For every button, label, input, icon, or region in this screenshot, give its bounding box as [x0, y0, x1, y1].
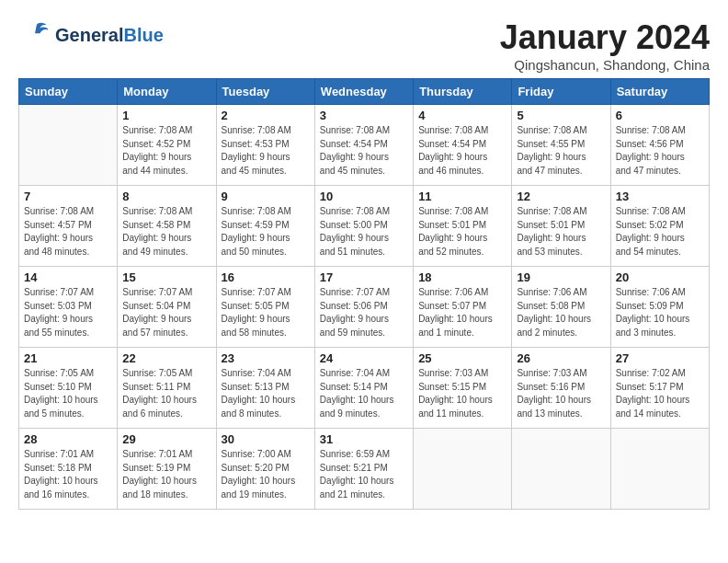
- day-info: Sunrise: 7:01 AM Sunset: 5:19 PM Dayligh…: [122, 448, 210, 501]
- calendar-cell: 6Sunrise: 7:08 AM Sunset: 4:56 PM Daylig…: [610, 105, 709, 186]
- title-section: January 2024 Qingshancun, Shandong, Chin…: [500, 18, 710, 73]
- column-header-monday: Monday: [118, 79, 216, 105]
- day-number: 8: [122, 190, 210, 203]
- calendar-cell: 30Sunrise: 7:00 AM Sunset: 5:20 PM Dayli…: [216, 429, 314, 510]
- day-number: 21: [24, 351, 112, 365]
- day-number: 1: [122, 109, 210, 122]
- column-header-saturday: Saturday: [610, 79, 709, 105]
- day-info: Sunrise: 7:08 AM Sunset: 4:58 PM Dayligh…: [122, 205, 210, 259]
- day-info: Sunrise: 7:00 AM Sunset: 5:20 PM Dayligh…: [222, 448, 310, 501]
- calendar-cell: 16Sunrise: 7:07 AM Sunset: 5:05 PM Dayli…: [216, 267, 314, 348]
- day-number: 11: [418, 190, 506, 203]
- calendar-cell: 25Sunrise: 7:03 AM Sunset: 5:15 PM Dayli…: [414, 348, 512, 429]
- calendar-cell: 18Sunrise: 7:06 AM Sunset: 5:07 PM Dayli…: [414, 267, 512, 348]
- column-header-sunday: Sunday: [19, 79, 118, 105]
- day-number: 29: [122, 432, 210, 446]
- day-info: Sunrise: 7:07 AM Sunset: 5:05 PM Dayligh…: [222, 286, 310, 339]
- day-info: Sunrise: 6:59 AM Sunset: 5:21 PM Dayligh…: [320, 448, 408, 501]
- day-number: 3: [320, 109, 408, 122]
- calendar-week-row: 14Sunrise: 7:07 AM Sunset: 5:03 PM Dayli…: [19, 267, 710, 348]
- calendar-week-row: 7Sunrise: 7:08 AM Sunset: 4:57 PM Daylig…: [19, 186, 710, 267]
- calendar-table: SundayMondayTuesdayWednesdayThursdayFrid…: [18, 78, 710, 510]
- calendar-cell: 13Sunrise: 7:08 AM Sunset: 5:02 PM Dayli…: [610, 186, 709, 267]
- logo: GeneralBlue: [18, 18, 164, 52]
- day-number: 2: [222, 109, 310, 122]
- calendar-cell: 10Sunrise: 7:08 AM Sunset: 5:00 PM Dayli…: [314, 186, 413, 267]
- day-info: Sunrise: 7:05 AM Sunset: 5:11 PM Dayligh…: [122, 367, 210, 420]
- day-info: Sunrise: 7:08 AM Sunset: 4:57 PM Dayligh…: [24, 205, 112, 259]
- calendar-cell: 7Sunrise: 7:08 AM Sunset: 4:57 PM Daylig…: [19, 186, 118, 267]
- logo-blue: Blue: [123, 25, 163, 45]
- day-info: Sunrise: 7:05 AM Sunset: 5:10 PM Dayligh…: [24, 367, 112, 420]
- month-title: January 2024: [500, 18, 710, 57]
- calendar-cell: 20Sunrise: 7:06 AM Sunset: 5:09 PM Dayli…: [610, 267, 709, 348]
- day-number: 4: [418, 109, 506, 122]
- day-number: 17: [320, 270, 408, 284]
- calendar-cell: 29Sunrise: 7:01 AM Sunset: 5:19 PM Dayli…: [118, 429, 216, 510]
- day-info: Sunrise: 7:08 AM Sunset: 5:01 PM Dayligh…: [517, 205, 605, 259]
- calendar-week-row: 1Sunrise: 7:08 AM Sunset: 4:52 PM Daylig…: [19, 105, 710, 186]
- calendar-week-row: 21Sunrise: 7:05 AM Sunset: 5:10 PM Dayli…: [19, 348, 710, 429]
- day-number: 9: [222, 190, 310, 203]
- logo-general: General: [55, 25, 123, 45]
- day-info: Sunrise: 7:08 AM Sunset: 4:56 PM Dayligh…: [616, 124, 704, 178]
- calendar-cell: 23Sunrise: 7:04 AM Sunset: 5:13 PM Dayli…: [216, 348, 314, 429]
- day-number: 31: [320, 432, 408, 446]
- calendar-cell: 19Sunrise: 7:06 AM Sunset: 5:08 PM Dayli…: [512, 267, 610, 348]
- calendar-cell: 27Sunrise: 7:02 AM Sunset: 5:17 PM Dayli…: [610, 348, 709, 429]
- calendar-cell: 3Sunrise: 7:08 AM Sunset: 4:54 PM Daylig…: [314, 105, 413, 186]
- day-number: 7: [24, 190, 112, 203]
- day-info: Sunrise: 7:08 AM Sunset: 5:00 PM Dayligh…: [320, 205, 408, 259]
- column-header-tuesday: Tuesday: [216, 79, 314, 105]
- calendar-header-row: SundayMondayTuesdayWednesdayThursdayFrid…: [19, 79, 710, 105]
- calendar-cell: 21Sunrise: 7:05 AM Sunset: 5:10 PM Dayli…: [19, 348, 118, 429]
- calendar-cell: 28Sunrise: 7:01 AM Sunset: 5:18 PM Dayli…: [19, 429, 118, 510]
- column-header-wednesday: Wednesday: [314, 79, 413, 105]
- calendar-cell: [610, 429, 709, 510]
- calendar-cell: 4Sunrise: 7:08 AM Sunset: 4:54 PM Daylig…: [414, 105, 512, 186]
- day-number: 26: [517, 351, 605, 365]
- day-number: 13: [616, 190, 704, 203]
- day-info: Sunrise: 7:04 AM Sunset: 5:13 PM Dayligh…: [222, 367, 310, 420]
- day-info: Sunrise: 7:03 AM Sunset: 5:16 PM Dayligh…: [517, 367, 605, 420]
- calendar-cell: [414, 429, 512, 510]
- day-number: 23: [222, 351, 310, 365]
- day-info: Sunrise: 7:08 AM Sunset: 4:52 PM Dayligh…: [122, 124, 210, 178]
- calendar-cell: 22Sunrise: 7:05 AM Sunset: 5:11 PM Dayli…: [118, 348, 216, 429]
- calendar-week-row: 28Sunrise: 7:01 AM Sunset: 5:18 PM Dayli…: [19, 429, 710, 510]
- day-number: 25: [418, 351, 506, 365]
- calendar-cell: 2Sunrise: 7:08 AM Sunset: 4:53 PM Daylig…: [216, 105, 314, 186]
- calendar-cell: 9Sunrise: 7:08 AM Sunset: 4:59 PM Daylig…: [216, 186, 314, 267]
- day-info: Sunrise: 7:08 AM Sunset: 5:02 PM Dayligh…: [616, 205, 704, 259]
- day-info: Sunrise: 7:01 AM Sunset: 5:18 PM Dayligh…: [24, 448, 112, 501]
- calendar-cell: 1Sunrise: 7:08 AM Sunset: 4:52 PM Daylig…: [118, 105, 216, 186]
- day-number: 10: [320, 190, 408, 203]
- calendar-cell: 31Sunrise: 6:59 AM Sunset: 5:21 PM Dayli…: [314, 429, 413, 510]
- day-number: 6: [616, 109, 704, 122]
- day-number: 19: [517, 270, 605, 284]
- day-info: Sunrise: 7:08 AM Sunset: 4:54 PM Dayligh…: [320, 124, 408, 178]
- day-info: Sunrise: 7:06 AM Sunset: 5:08 PM Dayligh…: [517, 286, 605, 339]
- general-blue-logo-icon: [18, 18, 51, 52]
- calendar-cell: 15Sunrise: 7:07 AM Sunset: 5:04 PM Dayli…: [118, 267, 216, 348]
- day-number: 30: [222, 432, 310, 446]
- calendar-cell: 12Sunrise: 7:08 AM Sunset: 5:01 PM Dayli…: [512, 186, 610, 267]
- location: Qingshancun, Shandong, China: [500, 57, 710, 73]
- page-header: GeneralBlue January 2024 Qingshancun, Sh…: [18, 18, 710, 73]
- column-header-thursday: Thursday: [414, 79, 512, 105]
- day-number: 22: [122, 351, 210, 365]
- calendar-cell: 14Sunrise: 7:07 AM Sunset: 5:03 PM Dayli…: [19, 267, 118, 348]
- day-info: Sunrise: 7:08 AM Sunset: 4:55 PM Dayligh…: [517, 124, 605, 178]
- day-number: 5: [517, 109, 605, 122]
- day-number: 12: [517, 190, 605, 203]
- calendar-cell: 11Sunrise: 7:08 AM Sunset: 5:01 PM Dayli…: [414, 186, 512, 267]
- calendar-cell: 5Sunrise: 7:08 AM Sunset: 4:55 PM Daylig…: [512, 105, 610, 186]
- day-number: 18: [418, 270, 506, 284]
- day-info: Sunrise: 7:08 AM Sunset: 4:53 PM Dayligh…: [222, 124, 310, 178]
- day-info: Sunrise: 7:03 AM Sunset: 5:15 PM Dayligh…: [418, 367, 506, 420]
- calendar-cell: 24Sunrise: 7:04 AM Sunset: 5:14 PM Dayli…: [314, 348, 413, 429]
- day-info: Sunrise: 7:07 AM Sunset: 5:06 PM Dayligh…: [320, 286, 408, 339]
- day-number: 15: [122, 270, 210, 284]
- day-number: 16: [222, 270, 310, 284]
- day-number: 20: [616, 270, 704, 284]
